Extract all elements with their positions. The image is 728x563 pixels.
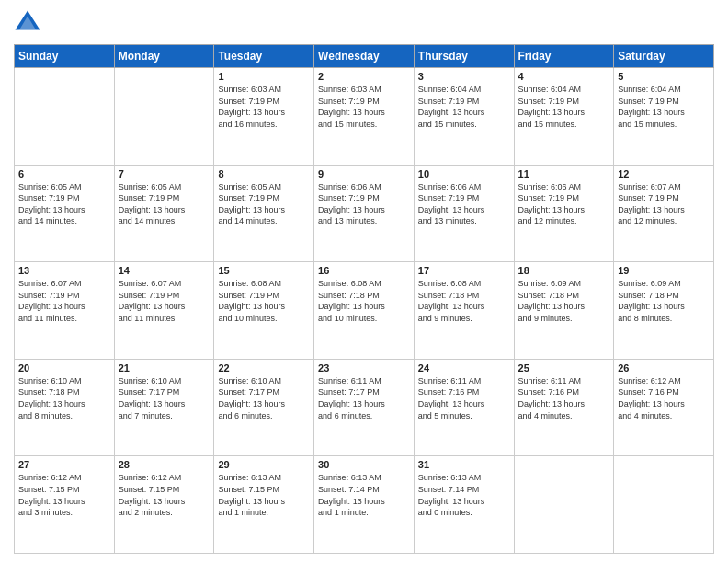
- day-info: Sunrise: 6:04 AM Sunset: 7:19 PM Dayligh…: [518, 84, 610, 130]
- day-info: Sunrise: 6:03 AM Sunset: 7:19 PM Dayligh…: [218, 84, 310, 130]
- day-cell: 22Sunrise: 6:10 AM Sunset: 7:17 PM Dayli…: [214, 359, 314, 456]
- day-cell: [514, 456, 614, 554]
- col-saturday: Saturday: [614, 45, 714, 68]
- day-info: Sunrise: 6:07 AM Sunset: 7:19 PM Dayligh…: [119, 278, 210, 324]
- day-cell: 27Sunrise: 6:12 AM Sunset: 7:15 PM Dayli…: [15, 456, 115, 554]
- day-cell: 14Sunrise: 6:07 AM Sunset: 7:19 PM Dayli…: [114, 262, 214, 360]
- day-number: 26: [618, 362, 710, 373]
- day-info: Sunrise: 6:06 AM Sunset: 7:19 PM Dayligh…: [318, 181, 410, 227]
- week-row-1: 1Sunrise: 6:03 AM Sunset: 7:19 PM Daylig…: [15, 68, 714, 166]
- day-info: Sunrise: 6:12 AM Sunset: 7:16 PM Dayligh…: [618, 375, 710, 421]
- day-cell: 5Sunrise: 6:04 AM Sunset: 7:19 PM Daylig…: [614, 68, 714, 166]
- col-wednesday: Wednesday: [314, 45, 415, 68]
- day-cell: 23Sunrise: 6:11 AM Sunset: 7:17 PM Dayli…: [314, 359, 415, 456]
- week-row-3: 13Sunrise: 6:07 AM Sunset: 7:19 PM Dayli…: [15, 262, 714, 360]
- day-number: 31: [418, 459, 510, 470]
- col-tuesday: Tuesday: [214, 45, 314, 68]
- day-cell: 6Sunrise: 6:05 AM Sunset: 7:19 PM Daylig…: [15, 165, 115, 262]
- day-info: Sunrise: 6:07 AM Sunset: 7:19 PM Dayligh…: [18, 278, 110, 324]
- col-monday: Monday: [114, 45, 214, 68]
- day-number: 13: [18, 265, 110, 276]
- logo: [14, 9, 45, 37]
- day-cell: 11Sunrise: 6:06 AM Sunset: 7:19 PM Dayli…: [514, 165, 614, 262]
- day-cell: 9Sunrise: 6:06 AM Sunset: 7:19 PM Daylig…: [314, 165, 415, 262]
- day-info: Sunrise: 6:11 AM Sunset: 7:16 PM Dayligh…: [518, 375, 610, 421]
- day-number: 17: [418, 265, 510, 276]
- day-cell: 7Sunrise: 6:05 AM Sunset: 7:19 PM Daylig…: [114, 165, 214, 262]
- day-number: 22: [218, 362, 310, 373]
- day-cell: 21Sunrise: 6:10 AM Sunset: 7:17 PM Dayli…: [114, 359, 214, 456]
- day-number: 19: [618, 265, 710, 276]
- day-cell: 13Sunrise: 6:07 AM Sunset: 7:19 PM Dayli…: [15, 262, 115, 360]
- week-row-2: 6Sunrise: 6:05 AM Sunset: 7:19 PM Daylig…: [15, 165, 714, 262]
- day-info: Sunrise: 6:10 AM Sunset: 7:18 PM Dayligh…: [18, 375, 110, 421]
- day-cell: [114, 68, 214, 166]
- day-number: 20: [18, 362, 110, 373]
- day-info: Sunrise: 6:13 AM Sunset: 7:15 PM Dayligh…: [218, 472, 310, 518]
- day-info: Sunrise: 6:04 AM Sunset: 7:19 PM Dayligh…: [618, 84, 710, 130]
- day-cell: 2Sunrise: 6:03 AM Sunset: 7:19 PM Daylig…: [314, 68, 415, 166]
- day-info: Sunrise: 6:13 AM Sunset: 7:14 PM Dayligh…: [418, 472, 510, 518]
- logo-icon: [14, 9, 41, 37]
- col-friday: Friday: [514, 45, 614, 68]
- day-cell: 1Sunrise: 6:03 AM Sunset: 7:19 PM Daylig…: [214, 68, 314, 166]
- day-info: Sunrise: 6:03 AM Sunset: 7:19 PM Dayligh…: [318, 84, 410, 130]
- day-info: Sunrise: 6:09 AM Sunset: 7:18 PM Dayligh…: [518, 278, 610, 324]
- day-number: 29: [218, 459, 310, 470]
- day-cell: 10Sunrise: 6:06 AM Sunset: 7:19 PM Dayli…: [414, 165, 514, 262]
- day-number: 23: [318, 362, 410, 373]
- day-number: 2: [318, 71, 410, 82]
- day-cell: 12Sunrise: 6:07 AM Sunset: 7:19 PM Dayli…: [614, 165, 714, 262]
- day-info: Sunrise: 6:12 AM Sunset: 7:15 PM Dayligh…: [119, 472, 210, 518]
- day-number: 30: [318, 459, 410, 470]
- day-info: Sunrise: 6:09 AM Sunset: 7:18 PM Dayligh…: [618, 278, 710, 324]
- day-cell: 26Sunrise: 6:12 AM Sunset: 7:16 PM Dayli…: [614, 359, 714, 456]
- day-cell: 28Sunrise: 6:12 AM Sunset: 7:15 PM Dayli…: [114, 456, 214, 554]
- day-number: 27: [18, 459, 110, 470]
- day-cell: [614, 456, 714, 554]
- day-info: Sunrise: 6:06 AM Sunset: 7:19 PM Dayligh…: [518, 181, 610, 227]
- day-info: Sunrise: 6:05 AM Sunset: 7:19 PM Dayligh…: [119, 181, 210, 227]
- week-row-5: 27Sunrise: 6:12 AM Sunset: 7:15 PM Dayli…: [15, 456, 714, 554]
- day-number: 11: [518, 168, 610, 179]
- day-cell: 8Sunrise: 6:05 AM Sunset: 7:19 PM Daylig…: [214, 165, 314, 262]
- day-cell: 3Sunrise: 6:04 AM Sunset: 7:19 PM Daylig…: [414, 68, 514, 166]
- day-info: Sunrise: 6:05 AM Sunset: 7:19 PM Dayligh…: [18, 181, 110, 227]
- day-info: Sunrise: 6:05 AM Sunset: 7:19 PM Dayligh…: [218, 181, 310, 227]
- day-number: 24: [418, 362, 510, 373]
- day-info: Sunrise: 6:10 AM Sunset: 7:17 PM Dayligh…: [218, 375, 310, 421]
- day-number: 21: [119, 362, 210, 373]
- day-cell: 17Sunrise: 6:08 AM Sunset: 7:18 PM Dayli…: [414, 262, 514, 360]
- day-number: 6: [18, 168, 110, 179]
- day-number: 8: [218, 168, 310, 179]
- day-number: 9: [318, 168, 410, 179]
- day-cell: 24Sunrise: 6:11 AM Sunset: 7:16 PM Dayli…: [414, 359, 514, 456]
- day-cell: 31Sunrise: 6:13 AM Sunset: 7:14 PM Dayli…: [414, 456, 514, 554]
- day-info: Sunrise: 6:04 AM Sunset: 7:19 PM Dayligh…: [418, 84, 510, 130]
- day-number: 10: [418, 168, 510, 179]
- day-info: Sunrise: 6:08 AM Sunset: 7:18 PM Dayligh…: [418, 278, 510, 324]
- day-cell: 18Sunrise: 6:09 AM Sunset: 7:18 PM Dayli…: [514, 262, 614, 360]
- day-number: 25: [518, 362, 610, 373]
- day-info: Sunrise: 6:11 AM Sunset: 7:17 PM Dayligh…: [318, 375, 410, 421]
- day-info: Sunrise: 6:06 AM Sunset: 7:19 PM Dayligh…: [418, 181, 510, 227]
- page: Sunday Monday Tuesday Wednesday Thursday…: [0, 0, 728, 563]
- day-number: 5: [618, 71, 710, 82]
- day-info: Sunrise: 6:08 AM Sunset: 7:18 PM Dayligh…: [318, 278, 410, 324]
- col-sunday: Sunday: [15, 45, 115, 68]
- day-cell: 29Sunrise: 6:13 AM Sunset: 7:15 PM Dayli…: [214, 456, 314, 554]
- day-number: 12: [618, 168, 710, 179]
- day-cell: 15Sunrise: 6:08 AM Sunset: 7:19 PM Dayli…: [214, 262, 314, 360]
- col-thursday: Thursday: [414, 45, 514, 68]
- day-cell: [15, 68, 115, 166]
- day-info: Sunrise: 6:07 AM Sunset: 7:19 PM Dayligh…: [618, 181, 710, 227]
- day-number: 14: [119, 265, 210, 276]
- day-cell: 25Sunrise: 6:11 AM Sunset: 7:16 PM Dayli…: [514, 359, 614, 456]
- header: [14, 9, 714, 37]
- day-number: 3: [418, 71, 510, 82]
- day-cell: 19Sunrise: 6:09 AM Sunset: 7:18 PM Dayli…: [614, 262, 714, 360]
- day-cell: 16Sunrise: 6:08 AM Sunset: 7:18 PM Dayli…: [314, 262, 415, 360]
- calendar-header-row: Sunday Monday Tuesday Wednesday Thursday…: [15, 45, 714, 68]
- day-cell: 20Sunrise: 6:10 AM Sunset: 7:18 PM Dayli…: [15, 359, 115, 456]
- day-number: 28: [119, 459, 210, 470]
